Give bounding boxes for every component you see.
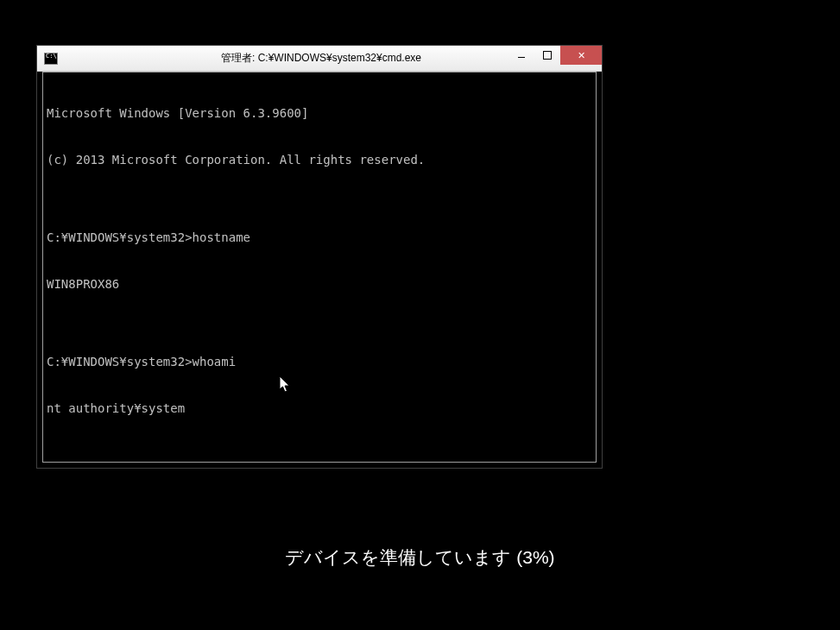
minimize-button[interactable]	[508, 46, 534, 65]
terminal-output[interactable]: Microsoft Windows [Version 6.3.9600] (c)…	[42, 72, 597, 463]
terminal-line: WIN8PROX86	[47, 276, 592, 292]
close-button[interactable]	[560, 46, 602, 65]
cmd-icon	[44, 53, 58, 65]
terminal-line: nt authority¥system	[47, 400, 592, 416]
window-controls	[508, 46, 602, 65]
terminal-line: C:¥WINDOWS¥system32>whoami	[47, 354, 592, 369]
maximize-button[interactable]	[534, 46, 560, 65]
cmd-window: 管理者: C:¥WINDOWS¥system32¥cmd.exe Microso…	[36, 45, 603, 469]
setup-status-text: デバイスを準備しています (3%)	[0, 545, 840, 570]
terminal-line: C:¥WINDOWS¥system32>hostname	[47, 230, 592, 245]
terminal-line: Microsoft Windows [Version 6.3.9600]	[47, 105, 592, 121]
terminal-line: (c) 2013 Microsoft Corporation. All righ…	[47, 152, 592, 167]
titlebar[interactable]: 管理者: C:¥WINDOWS¥system32¥cmd.exe	[37, 46, 602, 72]
